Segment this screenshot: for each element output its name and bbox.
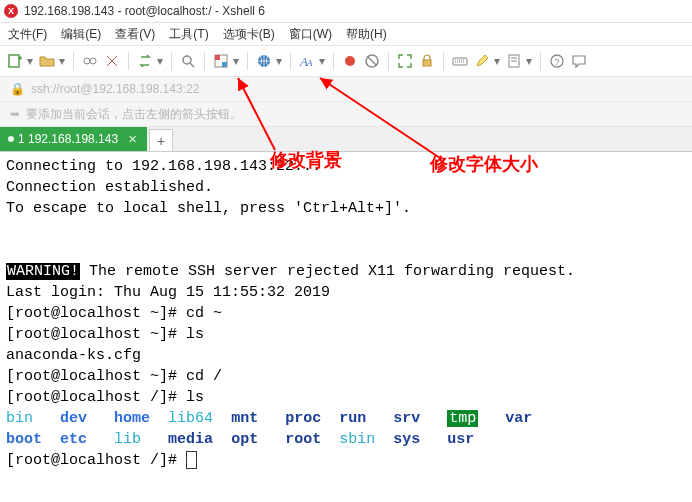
dir-proc: proc (285, 410, 321, 427)
dir-root: root (285, 431, 321, 448)
new-session-icon[interactable] (6, 52, 24, 70)
separator (171, 52, 172, 70)
menu-edit[interactable]: 编辑(E) (61, 26, 101, 43)
separator (204, 52, 205, 70)
dir-boot: boot (6, 431, 42, 448)
dropdown-icon[interactable]: ▾ (525, 54, 533, 68)
svg-text:?: ? (555, 57, 560, 67)
svg-rect-10 (215, 55, 220, 60)
arrow-hint-icon[interactable]: ➥ (10, 107, 20, 121)
color-scheme-icon[interactable] (212, 52, 230, 70)
cmd: ls (186, 326, 204, 343)
script-icon[interactable] (505, 52, 523, 70)
line-escape: To escape to local shell, press 'Ctrl+Al… (6, 200, 411, 217)
session-tab[interactable]: 1 192.168.198.143 ✕ (0, 127, 147, 151)
line-lastlogin: Last login: Thu Aug 15 11:55:32 2019 (6, 284, 330, 301)
separator (540, 52, 541, 70)
dropdown-icon[interactable]: ▾ (493, 54, 501, 68)
prompt: [root@localhost ~]# (6, 326, 186, 343)
dropdown-icon[interactable]: ▾ (26, 54, 34, 68)
dropdown-icon[interactable]: ▾ (58, 54, 66, 68)
font-icon[interactable]: AA (298, 52, 316, 70)
globe-icon[interactable] (255, 52, 273, 70)
warning-label: WARNING! (6, 263, 80, 280)
cmd: cd ~ (186, 305, 222, 322)
svg-rect-11 (222, 62, 227, 67)
link-icon[interactable] (81, 52, 99, 70)
dropdown-icon[interactable]: ▾ (318, 54, 326, 68)
search-icon[interactable] (179, 52, 197, 70)
separator (443, 52, 444, 70)
menu-window[interactable]: 窗口(W) (289, 26, 332, 43)
separator (290, 52, 291, 70)
highlight-icon[interactable] (473, 52, 491, 70)
dir-dev: dev (60, 410, 87, 427)
address-bar[interactable]: 🔒 ssh://root@192.168.198.143:22 (0, 77, 692, 102)
dropdown-icon[interactable]: ▾ (156, 54, 164, 68)
menu-file[interactable]: 文件(F) (8, 26, 47, 43)
dir-mnt: mnt (231, 410, 258, 427)
lock-small-icon: 🔒 (10, 82, 25, 96)
dir-var: var (505, 410, 532, 427)
app-icon: X (4, 4, 18, 18)
dir-srv: srv (393, 410, 420, 427)
svg-text:A: A (306, 58, 313, 68)
tab-strip: 1 192.168.198.143 ✕ + (0, 127, 692, 152)
menu-tools[interactable]: 工具(T) (169, 26, 208, 43)
status-dot-icon (8, 136, 14, 142)
help-icon[interactable]: ? (548, 52, 566, 70)
menu-tabs[interactable]: 选项卡(B) (223, 26, 275, 43)
prompt: [root@localhost ~]# (6, 368, 186, 385)
separator (388, 52, 389, 70)
dir-tmp: tmp (447, 410, 478, 427)
separator (247, 52, 248, 70)
separator (73, 52, 74, 70)
dir-bin: bin (6, 410, 33, 427)
terminal-output[interactable]: Connecting to 192.168.198.143:22... Conn… (0, 152, 692, 502)
keyboard-icon[interactable] (451, 52, 469, 70)
prompt: [root@localhost /]# (6, 452, 186, 469)
lock-icon[interactable] (418, 52, 436, 70)
separator (333, 52, 334, 70)
menu-help[interactable]: 帮助(H) (346, 26, 387, 43)
dropdown-icon[interactable]: ▾ (275, 54, 283, 68)
dir-lib64: lib64 (168, 410, 213, 427)
hint-bar: ➥ 要添加当前会话，点击左侧的箭头按钮。 (0, 102, 692, 127)
record-icon[interactable] (341, 52, 359, 70)
svg-line-17 (368, 57, 376, 65)
svg-rect-18 (423, 60, 431, 66)
line-established: Connection established. (6, 179, 213, 196)
cmd: ls (186, 389, 204, 406)
warning-rest: The remote SSH server rejected X11 forwa… (80, 263, 575, 280)
tab-label: 1 192.168.198.143 (18, 132, 118, 146)
dir-home: home (114, 410, 150, 427)
stop-icon[interactable] (363, 52, 381, 70)
open-folder-icon[interactable] (38, 52, 56, 70)
toolbar: ▾ ▾ ▾ ▾ ▾ AA ▾ ▾ ▾ ? (0, 46, 692, 77)
dir-media: media (168, 431, 213, 448)
menu-bar: 文件(F) 编辑(E) 查看(V) 工具(T) 选项卡(B) 窗口(W) 帮助(… (0, 23, 692, 46)
transfer-icon[interactable] (136, 52, 154, 70)
dir-sys: sys (393, 431, 420, 448)
prompt: [root@localhost /]# (6, 389, 186, 406)
dropdown-icon[interactable]: ▾ (232, 54, 240, 68)
chat-icon[interactable] (570, 52, 588, 70)
dir-opt: opt (231, 431, 258, 448)
svg-point-15 (345, 56, 355, 66)
close-icon[interactable]: ✕ (128, 133, 137, 146)
cursor (186, 451, 197, 469)
menu-view[interactable]: 查看(V) (115, 26, 155, 43)
dir-run: run (339, 410, 366, 427)
add-tab-button[interactable]: + (149, 129, 173, 151)
prompt: [root@localhost ~]# (6, 305, 186, 322)
dir-sbin: sbin (339, 431, 375, 448)
title-bar: X 192.168.198.143 - root@localhost:/ - X… (0, 0, 692, 23)
separator (128, 52, 129, 70)
line-connecting: Connecting to 192.168.198.143:22... (6, 158, 321, 175)
unlink-icon[interactable] (103, 52, 121, 70)
svg-line-8 (190, 63, 194, 67)
fullscreen-icon[interactable] (396, 52, 414, 70)
window-title: 192.168.198.143 - root@localhost:/ - Xsh… (24, 4, 265, 18)
session-url: ssh://root@192.168.198.143:22 (31, 82, 199, 96)
dir-usr: usr (447, 431, 474, 448)
